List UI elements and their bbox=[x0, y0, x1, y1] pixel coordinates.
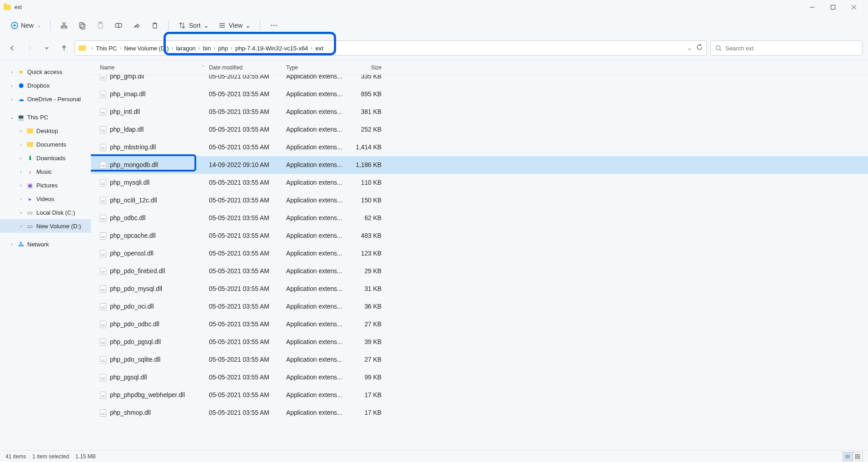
chevron-right-icon[interactable]: › bbox=[18, 142, 24, 147]
file-row[interactable]: php_mongodb.dll14-09-2022 09:10 AMApplic… bbox=[91, 156, 868, 174]
sidebar-item[interactable]: ›♪Music bbox=[0, 165, 91, 178]
column-date[interactable]: Date modified bbox=[209, 64, 286, 71]
breadcrumb-segment[interactable]: This PC bbox=[96, 45, 117, 52]
chevron-right-icon[interactable]: › bbox=[18, 169, 24, 174]
chevron-right-icon[interactable]: › bbox=[9, 242, 15, 247]
file-row[interactable]: php_pdo_sqlite.dll05-05-2021 03:55 AMApp… bbox=[91, 351, 868, 369]
chevron-right-icon[interactable]: › bbox=[18, 224, 24, 229]
file-row[interactable]: php_mbstring.dll05-05-2021 03:55 AMAppli… bbox=[91, 138, 868, 156]
file-size: 381 KB bbox=[345, 108, 382, 115]
forward-button[interactable] bbox=[23, 41, 36, 55]
sidebar-item-network[interactable]: › 🖧 Network bbox=[0, 237, 91, 251]
breadcrumb-segment[interactable]: New Volume (D:) bbox=[124, 45, 169, 52]
column-type[interactable]: Type bbox=[286, 64, 345, 71]
file-date: 05-05-2021 03:55 AM bbox=[209, 268, 286, 275]
sidebar-item[interactable]: ›★Quick access bbox=[0, 65, 91, 79]
file-date: 05-05-2021 03:55 AM bbox=[209, 250, 286, 257]
chevron-down-icon: ⌄ bbox=[203, 22, 209, 29]
close-button[interactable] bbox=[843, 0, 864, 15]
file-row[interactable]: php_odbc.dll05-05-2021 03:55 AMApplicati… bbox=[91, 209, 868, 227]
file-row[interactable]: php_openssl.dll05-05-2021 03:55 AMApplic… bbox=[91, 245, 868, 262]
file-name: php_shmop.dll bbox=[110, 409, 151, 416]
breadcrumb-segment[interactable]: php-7.4.19-Win32-vc15-x64 bbox=[235, 45, 308, 52]
file-row[interactable]: php_pdo_mysql.dll05-05-2021 03:55 AMAppl… bbox=[91, 280, 868, 298]
delete-button[interactable] bbox=[147, 17, 163, 34]
sort-button[interactable]: Sort ⌄ bbox=[174, 17, 213, 34]
chevron-right-icon[interactable]: › bbox=[9, 69, 15, 74]
file-name: php_pdo_odbc.dll bbox=[110, 321, 159, 328]
file-row[interactable]: php_pgsql.dll05-05-2021 03:55 AMApplicat… bbox=[91, 369, 868, 386]
sidebar-item[interactable]: ›⬇Downloads bbox=[0, 151, 91, 165]
maximize-button[interactable] bbox=[823, 0, 843, 15]
breadcrumb-segment[interactable]: php bbox=[218, 45, 228, 52]
up-button[interactable] bbox=[57, 41, 71, 55]
chevron-right-icon[interactable]: › bbox=[18, 210, 24, 215]
sidebar-item[interactable]: ›▭Local Disk (C:) bbox=[0, 206, 91, 219]
chevron-right-icon[interactable]: › bbox=[18, 156, 24, 161]
file-row[interactable]: php_oci8_12c.dll05-05-2021 03:55 AMAppli… bbox=[91, 192, 868, 209]
file-date: 05-05-2021 03:55 AM bbox=[209, 91, 286, 98]
more-button[interactable] bbox=[266, 17, 282, 34]
sidebar-item-this-pc[interactable]: ⌄ 💻 This PC bbox=[0, 110, 91, 124]
file-size: 252 KB bbox=[345, 126, 382, 133]
file-row[interactable]: php_pdo_pgsql.dll05-05-2021 03:55 AMAppl… bbox=[91, 333, 868, 351]
file-size: 27 KB bbox=[345, 356, 382, 363]
recent-button[interactable] bbox=[40, 41, 54, 55]
address-bar[interactable]: › This PC›New Volume (D:)›laragon›bin›ph… bbox=[74, 40, 707, 56]
view-label: View bbox=[229, 22, 243, 29]
minimize-button[interactable] bbox=[802, 0, 823, 15]
sidebar-item[interactable]: ›▸Videos bbox=[0, 192, 91, 206]
file-icon bbox=[100, 162, 106, 169]
svg-rect-17 bbox=[153, 24, 157, 28]
file-row[interactable]: php_intl.dll05-05-2021 03:55 AMApplicati… bbox=[91, 103, 868, 121]
sidebar-item[interactable]: ›⬢Dropbox bbox=[0, 79, 91, 92]
file-row[interactable]: php_gmp.dll05-05-2021 03:55 AMApplicatio… bbox=[91, 75, 868, 85]
file-row[interactable]: php_pdo_oci.dll05-05-2021 03:55 AMApplic… bbox=[91, 298, 868, 315]
file-row[interactable]: php_pdo_odbc.dll05-05-2021 03:55 AMAppli… bbox=[91, 315, 868, 333]
column-name[interactable]: Name˄ bbox=[91, 64, 209, 71]
file-row[interactable]: php_shmop.dll05-05-2021 03:55 AMApplicat… bbox=[91, 404, 868, 422]
chevron-down-icon[interactable]: ⌄ bbox=[9, 115, 15, 120]
sidebar-item[interactable]: ›☁OneDrive - Personal bbox=[0, 92, 91, 106]
rename-button[interactable] bbox=[110, 17, 127, 34]
svg-rect-11 bbox=[79, 23, 84, 28]
refresh-button[interactable] bbox=[696, 44, 703, 52]
sidebar-item[interactable]: ›▭New Volume (D:) bbox=[0, 219, 91, 233]
thumbnails-view-button[interactable] bbox=[853, 452, 863, 461]
file-row[interactable]: php_ldap.dll05-05-2021 03:55 AMApplicati… bbox=[91, 121, 868, 138]
file-row[interactable]: php_phpdbg_webhelper.dll05-05-2021 03:55… bbox=[91, 386, 868, 404]
file-row[interactable]: php_opcache.dll05-05-2021 03:55 AMApplic… bbox=[91, 227, 868, 245]
sidebar-item[interactable]: ›▣Pictures bbox=[0, 178, 91, 192]
file-size: 483 KB bbox=[345, 232, 382, 239]
chevron-right-icon[interactable]: › bbox=[9, 83, 15, 88]
sidebar-item[interactable]: ›Desktop bbox=[0, 124, 91, 138]
file-row[interactable]: php_pdo_firebird.dll05-05-2021 03:55 AMA… bbox=[91, 262, 868, 280]
file-row[interactable]: php_mysqli.dll05-05-2021 03:55 AMApplica… bbox=[91, 174, 868, 192]
chevron-right-icon[interactable]: › bbox=[18, 128, 24, 133]
back-button[interactable] bbox=[5, 41, 19, 55]
chevron-right-icon[interactable]: › bbox=[9, 97, 15, 102]
sidebar-item[interactable]: ›Documents bbox=[0, 138, 91, 151]
breadcrumb-segment[interactable]: ext bbox=[315, 45, 323, 52]
column-size[interactable]: Size bbox=[345, 64, 382, 71]
address-row: › This PC›New Volume (D:)›laragon›bin›ph… bbox=[0, 36, 868, 60]
breadcrumb-segment[interactable]: bin bbox=[203, 45, 211, 52]
search-box[interactable] bbox=[710, 40, 863, 56]
chevron-right-icon: › bbox=[198, 45, 200, 51]
breadcrumb-segment[interactable]: laragon bbox=[176, 45, 195, 52]
copy-button[interactable] bbox=[74, 17, 90, 34]
file-row[interactable]: php_imap.dll05-05-2021 03:55 AMApplicati… bbox=[91, 85, 868, 103]
new-button[interactable]: New ⌄ bbox=[7, 17, 45, 34]
chevron-right-icon[interactable]: › bbox=[18, 197, 24, 202]
sidebar-label: Pictures bbox=[36, 182, 58, 189]
search-input[interactable] bbox=[725, 45, 858, 52]
file-icon bbox=[100, 108, 106, 116]
file-type: Application extens... bbox=[286, 285, 345, 292]
view-button[interactable]: View ⌄ bbox=[214, 17, 254, 34]
chevron-down-icon[interactable]: ⌄ bbox=[687, 45, 692, 51]
paste-button[interactable] bbox=[92, 17, 109, 34]
share-button[interactable] bbox=[129, 17, 145, 34]
chevron-right-icon[interactable]: › bbox=[18, 183, 24, 188]
details-view-button[interactable] bbox=[843, 452, 853, 461]
cut-button[interactable] bbox=[56, 17, 72, 34]
